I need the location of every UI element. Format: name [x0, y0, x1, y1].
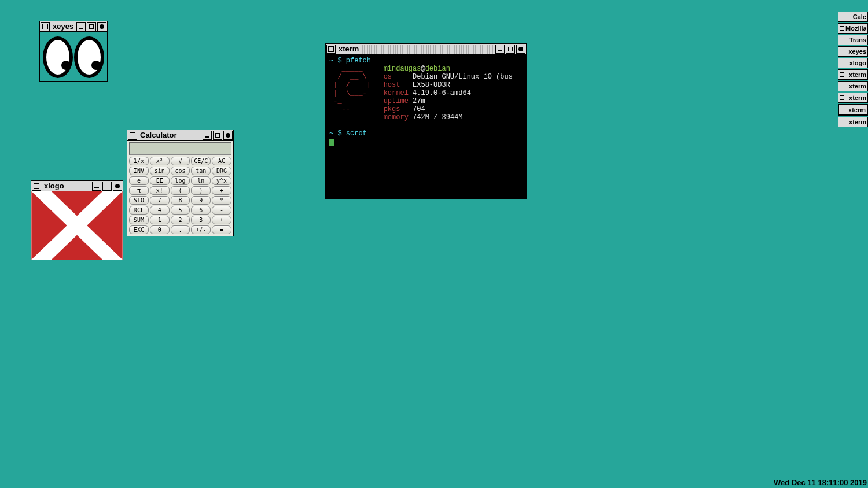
task-label: xterm [845, 71, 866, 78]
calc-button[interactable]: log [171, 176, 190, 185]
minimize-button[interactable] [203, 131, 212, 140]
xterm-titlebar[interactable]: xterm [326, 44, 526, 54]
maximize-button[interactable] [102, 182, 112, 191]
task-label: xterm [845, 83, 866, 90]
calc-button[interactable]: AC [212, 157, 231, 165]
calc-button[interactable]: CE/C [191, 157, 211, 165]
task-label: xterm [845, 94, 866, 101]
calc-button[interactable]: EE [150, 176, 170, 185]
minimize-button[interactable] [495, 45, 505, 54]
xeyes-title: xeyes [50, 22, 76, 31]
task-icon [840, 84, 844, 88]
xterm-window[interactable]: xterm ~ $ pfetch _____ mindaugas@debian … [325, 43, 527, 199]
calc-button[interactable]: = [212, 225, 231, 234]
close-button[interactable] [516, 45, 525, 54]
task-icon [840, 26, 844, 31]
task-item[interactable]: xterm [838, 117, 868, 127]
ascii-art: | \___- [329, 89, 375, 97]
calc-button[interactable]: ( [171, 186, 190, 195]
calc-button[interactable]: RCL [129, 206, 149, 215]
calc-button[interactable]: e [129, 176, 149, 185]
calc-button[interactable]: +/- [191, 225, 211, 234]
close-button[interactable] [223, 131, 233, 140]
titlebar-texture [362, 45, 494, 54]
window-menu-icon[interactable] [41, 22, 50, 31]
calc-button[interactable]: 2 [171, 216, 190, 224]
info-label: host [384, 81, 400, 89]
task-item[interactable]: Calc [838, 12, 868, 22]
calc-button[interactable]: x! [150, 186, 170, 195]
task-item[interactable]: xterm [838, 69, 868, 80]
info-value: Debian GNU/Linux 10 (bus [413, 73, 513, 81]
calc-button[interactable]: ) [191, 186, 211, 195]
eye-left [43, 36, 73, 78]
calc-button[interactable]: π [129, 186, 149, 195]
task-item[interactable]: xeyes [838, 46, 868, 57]
window-menu-icon[interactable] [128, 131, 137, 140]
calc-button[interactable]: - [212, 206, 231, 215]
calc-button[interactable]: ÷ [212, 186, 231, 195]
calc-button[interactable]: 1/x [129, 157, 149, 165]
minimize-button[interactable] [76, 22, 86, 31]
calc-button[interactable]: 8 [171, 196, 190, 205]
task-item[interactable]: xterm [838, 104, 868, 116]
calc-button[interactable]: EXC [129, 225, 149, 234]
calc-button[interactable]: y^x [212, 176, 231, 185]
window-menu-icon[interactable] [326, 45, 336, 54]
task-item[interactable]: xterm [838, 81, 868, 91]
xeyes-content [40, 32, 107, 81]
maximize-button[interactable] [213, 131, 222, 140]
calc-button[interactable]: x² [150, 157, 170, 165]
calc-button[interactable]: 3 [191, 216, 211, 224]
xeyes-titlebar[interactable]: xeyes [40, 21, 107, 32]
task-item[interactable]: Mozilla [838, 23, 868, 34]
task-icon [840, 38, 844, 42]
eye-right [74, 36, 104, 78]
xlogo-titlebar[interactable]: xlogo [31, 181, 123, 191]
close-button[interactable] [113, 182, 122, 191]
calc-button[interactable]: ln [191, 176, 211, 185]
cursor-icon [329, 139, 334, 146]
calculator-titlebar[interactable]: Calculator [127, 130, 233, 141]
calc-button[interactable]: INV [129, 167, 149, 175]
calc-button[interactable]: 4 [150, 206, 170, 215]
calc-button[interactable]: cos [171, 167, 190, 175]
task-icon [840, 120, 844, 124]
calc-button[interactable]: √ [171, 157, 190, 165]
calc-button[interactable]: 6 [191, 206, 211, 215]
info-label: memory [384, 113, 409, 121]
xlogo-window[interactable]: xlogo [31, 180, 123, 260]
minimize-button[interactable] [92, 182, 101, 191]
xeyes-window[interactable]: xeyes [39, 21, 108, 82]
task-item[interactable]: Trans [838, 35, 868, 45]
userhost-at: @ [421, 65, 425, 73]
task-item[interactable]: xlogo [838, 58, 868, 68]
calculator-title: Calculator [138, 131, 202, 139]
terminal-output[interactable]: ~ $ pfetch _____ mindaugas@debian / __ \… [326, 54, 526, 199]
ascii-art: _____ [329, 65, 375, 73]
ascii-art: --_ [329, 105, 375, 113]
close-button[interactable] [97, 22, 106, 31]
task-item[interactable]: xterm [838, 93, 868, 103]
calc-button[interactable]: * [212, 196, 231, 205]
calc-button[interactable]: DRG [212, 167, 231, 175]
task-label: xterm [845, 119, 866, 125]
maximize-button[interactable] [87, 22, 96, 31]
calc-button[interactable]: SUM [129, 216, 149, 224]
calc-button[interactable]: 5 [171, 206, 190, 215]
task-label: xlogo [840, 60, 866, 66]
calculator-display [129, 142, 231, 155]
calc-button[interactable]: . [171, 225, 190, 234]
window-menu-icon[interactable] [32, 182, 41, 191]
calc-button[interactable]: 1 [150, 216, 170, 224]
calc-button[interactable]: + [212, 216, 231, 224]
calc-button[interactable]: STO [129, 196, 149, 205]
calc-button[interactable]: 9 [191, 196, 211, 205]
x-logo-icon [31, 191, 123, 260]
calc-button[interactable]: 0 [150, 225, 170, 234]
calc-button[interactable]: sin [150, 167, 170, 175]
calc-button[interactable]: tan [191, 167, 211, 175]
calc-button[interactable]: 7 [150, 196, 170, 205]
maximize-button[interactable] [506, 45, 515, 54]
calculator-window[interactable]: Calculator 1/xx²√CE/CACINVsincostanDRGeE… [127, 130, 234, 236]
